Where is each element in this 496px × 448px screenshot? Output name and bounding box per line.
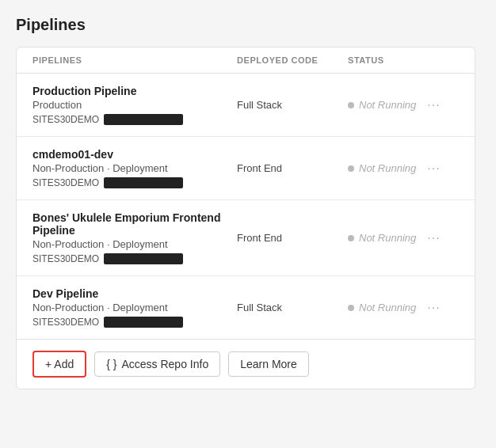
status-text: Not Running — [359, 302, 416, 313]
pipeline-name: cmdemo01-dev — [32, 148, 237, 161]
status-dot — [348, 165, 354, 172]
redacted-bar — [104, 253, 183, 264]
pipeline-site: SITES30DEMO — [32, 177, 237, 188]
status-text: Not Running — [359, 232, 416, 244]
site-label: SITES30DEMO — [32, 114, 99, 125]
redacted-bar — [104, 114, 183, 125]
site-label: SITES30DEMO — [32, 317, 99, 328]
footer-actions: + Add { } Access Repo Info Learn More — [17, 339, 475, 389]
status-dot — [348, 235, 354, 241]
access-repo-label: Access Repo Info — [121, 358, 208, 370]
pipeline-site: SITES30DEMO — [32, 317, 237, 328]
status-cell: Not Running ··· — [348, 231, 459, 245]
access-repo-icon: { } — [106, 358, 116, 370]
access-repo-button[interactable]: { } Access Repo Info — [94, 351, 220, 377]
deployed-code: Full Stack — [237, 99, 348, 111]
pipeline-info: cmdemo01-dev Non-Production · Deployment… — [32, 148, 237, 188]
pipeline-site: SITES30DEMO — [32, 253, 237, 264]
status-cell: Not Running ··· — [348, 161, 459, 176]
add-button[interactable]: + Add — [32, 351, 86, 378]
pipeline-sub: Non-Production · Deployment — [32, 162, 237, 174]
status-dot — [348, 305, 354, 311]
pipeline-sub: Non-Production · Deployment — [32, 302, 237, 313]
table-header: PIPELINES DEPLOYED CODE STATUS — [17, 47, 475, 74]
redacted-bar — [104, 177, 183, 188]
col-header-status: STATUS — [348, 55, 459, 65]
table-row: cmdemo01-dev Non-Production · Deployment… — [17, 137, 475, 200]
pipeline-name: Dev Pipeline — [32, 287, 237, 300]
pipeline-name: Production Pipeline — [32, 85, 237, 97]
pipelines-card: PIPELINES DEPLOYED CODE STATUS Productio… — [16, 47, 475, 389]
pipeline-info: Production Pipeline Production SITES30DE… — [32, 85, 237, 125]
deployed-code: Front End — [237, 232, 348, 244]
table-row: Dev Pipeline Non-Production · Deployment… — [17, 276, 475, 339]
redacted-bar — [104, 317, 183, 328]
status-dot — [348, 102, 354, 108]
status-cell: Not Running ··· — [348, 301, 459, 315]
site-label: SITES30DEMO — [32, 177, 99, 188]
status-text: Not Running — [359, 99, 416, 111]
table-row: Bones' Ukulele Emporium Frontend Pipelin… — [17, 200, 475, 276]
deployed-code: Full Stack — [237, 302, 348, 313]
site-label: SITES30DEMO — [32, 253, 99, 264]
col-header-deployed: DEPLOYED CODE — [237, 55, 348, 65]
pipeline-info: Dev Pipeline Non-Production · Deployment… — [32, 287, 237, 328]
pipeline-sub: Non-Production · Deployment — [32, 238, 237, 250]
status-cell: Not Running ··· — [348, 98, 459, 112]
pipeline-site: SITES30DEMO — [32, 114, 237, 125]
more-options-icon[interactable]: ··· — [427, 231, 440, 245]
learn-more-button[interactable]: Learn More — [228, 351, 309, 377]
pipeline-list: Production Pipeline Production SITES30DE… — [17, 74, 475, 339]
status-text: Not Running — [359, 162, 416, 174]
pipeline-sub: Production — [32, 99, 237, 111]
more-options-icon[interactable]: ··· — [427, 301, 440, 315]
pipeline-info: Bones' Ukulele Emporium Frontend Pipelin… — [32, 211, 237, 264]
deployed-code: Front End — [237, 162, 348, 174]
table-row: Production Pipeline Production SITES30DE… — [17, 74, 475, 137]
more-options-icon[interactable]: ··· — [427, 161, 440, 176]
more-options-icon[interactable]: ··· — [427, 98, 440, 112]
col-header-pipelines: PIPELINES — [32, 55, 237, 65]
pipeline-name: Bones' Ukulele Emporium Frontend Pipelin… — [32, 211, 237, 237]
page-title: Pipelines — [16, 16, 480, 34]
